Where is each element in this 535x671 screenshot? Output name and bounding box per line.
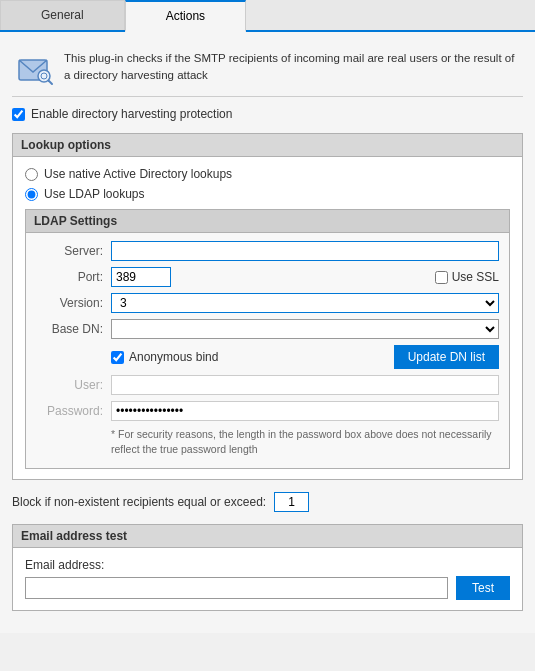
email-label-row: Email address: — [25, 558, 510, 572]
user-input[interactable] — [111, 375, 499, 395]
server-input[interactable] — [111, 241, 499, 261]
port-label: Port: — [36, 270, 111, 284]
ldap-settings-title: LDAP Settings — [26, 210, 509, 233]
tab-actions[interactable]: Actions — [125, 0, 246, 32]
anon-bind-row: Anonymous bind Update DN list — [36, 345, 499, 369]
enable-label: Enable directory harvesting protection — [31, 107, 232, 121]
base-dn-row: Base DN: — [36, 319, 499, 339]
anon-bind-checkbox[interactable] — [111, 351, 124, 364]
user-label: User: — [36, 378, 111, 392]
lookup-options-content: Use native Active Directory lookups Use … — [13, 157, 522, 479]
server-row: Server: — [36, 241, 499, 261]
ssl-label: Use SSL — [452, 270, 499, 284]
email-address-input[interactable] — [25, 577, 448, 599]
info-box: This plug-in checks if the SMTP recipien… — [12, 42, 523, 97]
ldap-radio-row: Use LDAP lookups — [25, 187, 510, 201]
lookup-options-section: Lookup options Use native Active Directo… — [12, 133, 523, 480]
user-row: User: — [36, 375, 499, 395]
email-input-row: Test — [25, 576, 510, 600]
ldap-settings-content: Server: Port: Use SSL Versi — [26, 233, 509, 468]
password-input[interactable] — [111, 401, 499, 421]
ldap-radio[interactable] — [25, 188, 38, 201]
email-test-title: Email address test — [13, 525, 522, 548]
base-dn-select[interactable] — [111, 319, 499, 339]
block-row: Block if non-existent recipients equal o… — [12, 492, 523, 512]
password-row: Password: — [36, 401, 499, 421]
tab-bar: General Actions — [0, 0, 535, 32]
ldap-settings-box: LDAP Settings Server: Port: Use SSL — [25, 209, 510, 469]
tab-general[interactable]: General — [0, 0, 125, 30]
ldap-label: Use LDAP lookups — [44, 187, 145, 201]
enable-checkbox[interactable] — [12, 108, 25, 121]
version-select[interactable]: 1 2 3 — [111, 293, 499, 313]
email-address-label: Email address: — [25, 558, 104, 572]
port-row: Port: Use SSL — [36, 267, 499, 287]
test-button[interactable]: Test — [456, 576, 510, 600]
plugin-icon — [16, 50, 54, 88]
block-input[interactable] — [274, 492, 309, 512]
ssl-check-row: Use SSL — [435, 270, 499, 284]
ssl-checkbox[interactable] — [435, 271, 448, 284]
lookup-options-title: Lookup options — [13, 134, 522, 157]
block-label: Block if non-existent recipients equal o… — [12, 495, 266, 509]
native-ad-radio[interactable] — [25, 168, 38, 181]
main-content: This plug-in checks if the SMTP recipien… — [0, 32, 535, 633]
anon-checkbox-area: Anonymous bind — [111, 350, 394, 364]
password-note: * For security reasons, the length in th… — [111, 427, 499, 456]
svg-line-2 — [49, 81, 53, 85]
version-row: Version: 1 2 3 — [36, 293, 499, 313]
password-label: Password: — [36, 404, 111, 418]
server-label: Server: — [36, 244, 111, 258]
version-label: Version: — [36, 296, 111, 310]
anon-bind-label: Anonymous bind — [129, 350, 218, 364]
email-test-content: Email address: Test — [13, 548, 522, 610]
port-input[interactable] — [111, 267, 171, 287]
email-test-section: Email address test Email address: Test — [12, 524, 523, 611]
native-ad-label: Use native Active Directory lookups — [44, 167, 232, 181]
base-dn-label: Base DN: — [36, 322, 111, 336]
native-ad-radio-row: Use native Active Directory lookups — [25, 167, 510, 181]
info-text: This plug-in checks if the SMTP recipien… — [64, 50, 519, 85]
enable-checkbox-row: Enable directory harvesting protection — [12, 107, 523, 121]
update-dn-button[interactable]: Update DN list — [394, 345, 499, 369]
